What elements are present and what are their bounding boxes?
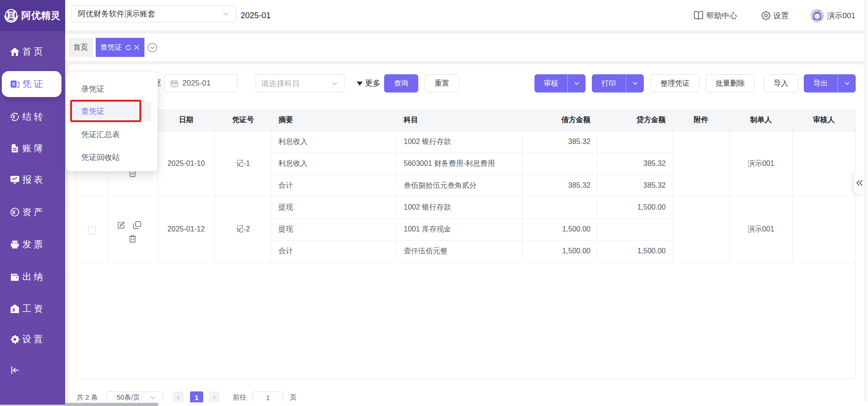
svg-text:¥: ¥: [12, 307, 17, 312]
svg-text:¥: ¥: [12, 209, 18, 216]
svg-text:¥: ¥: [12, 114, 17, 119]
